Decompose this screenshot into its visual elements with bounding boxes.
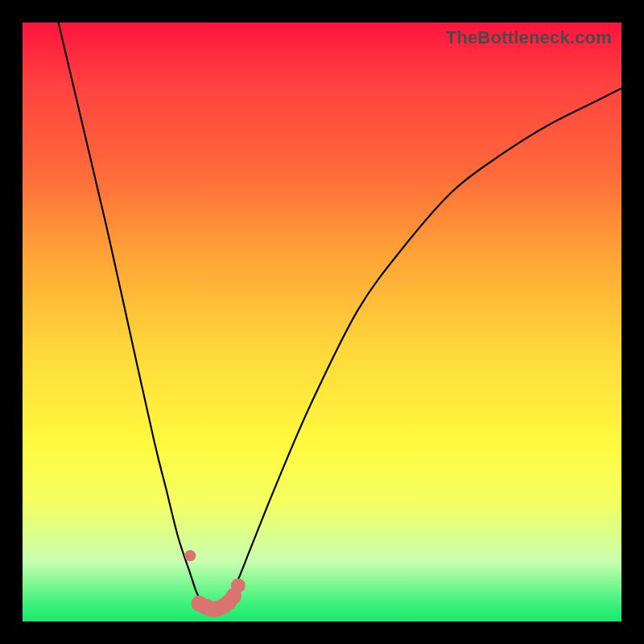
curve-path [59,23,621,610]
plot-area: TheBottleneck.com [23,23,621,621]
bottleneck-curve [23,23,621,621]
curve-marker-dot [184,550,196,561]
curve-marker-dot [231,578,246,592]
chart-frame: TheBottleneck.com [0,0,644,644]
watermark-text: TheBottleneck.com [446,27,612,48]
